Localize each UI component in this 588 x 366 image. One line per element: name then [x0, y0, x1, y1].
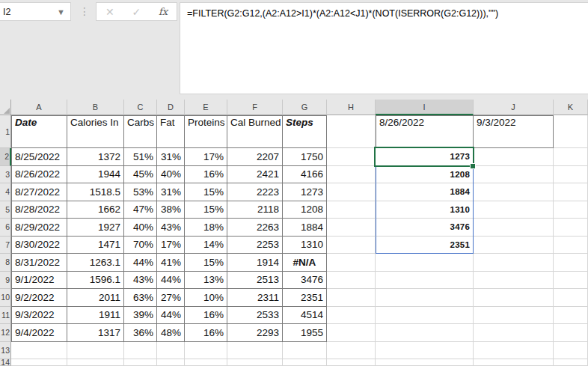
cell-D10[interactable]: 27% — [157, 289, 185, 307]
cell-G12[interactable]: 1955 — [283, 324, 327, 342]
cell-J3[interactable] — [474, 166, 554, 184]
cell-A12[interactable]: 9/4/2022 — [11, 324, 67, 342]
formula-bar-input[interactable]: =FILTER(G2:G12,(A2:A12>I1)*(A2:A12<J1)*(… — [180, 2, 588, 94]
column-header-J[interactable]: J — [474, 100, 554, 115]
cell-I5[interactable]: 1310 — [376, 201, 474, 219]
cell-J8[interactable] — [474, 254, 554, 272]
cell-C2[interactable]: 51% — [124, 148, 157, 166]
cell-E3[interactable]: 16% — [185, 166, 227, 184]
cell-D2[interactable]: 31% — [157, 148, 185, 166]
cell-B11[interactable]: 1911 — [67, 307, 124, 325]
cell-C8[interactable]: 44% — [124, 254, 157, 272]
cell-D3[interactable]: 40% — [157, 166, 185, 184]
column-header-C[interactable]: C — [124, 100, 157, 115]
cell-K2[interactable] — [554, 148, 588, 166]
cell-C12[interactable]: 36% — [124, 324, 157, 342]
cell-E10[interactable]: 10% — [185, 289, 227, 307]
cell-I11[interactable] — [376, 307, 474, 325]
cell-B7[interactable]: 1471 — [67, 237, 124, 254]
cell-K12[interactable] — [554, 324, 588, 342]
cell-G4[interactable]: 1273 — [283, 183, 327, 201]
cell-B14[interactable] — [67, 359, 124, 366]
cell-K8[interactable] — [554, 254, 588, 272]
cell-I9[interactable] — [376, 272, 474, 290]
cell-A5[interactable]: 8/28/2022 — [11, 201, 67, 219]
select-all-button[interactable] — [0, 100, 11, 115]
cell-H5[interactable] — [327, 201, 376, 219]
column-header-K[interactable]: K — [554, 100, 588, 115]
column-header-F[interactable]: F — [227, 100, 283, 115]
cell-E5[interactable]: 15% — [185, 201, 227, 219]
column-header-B[interactable]: B — [67, 100, 124, 115]
name-box[interactable]: I2 ▼ — [0, 2, 71, 21]
row-header-6[interactable]: 6 — [0, 219, 11, 237]
cell-G14[interactable] — [283, 359, 327, 366]
row-header-8[interactable]: 8 — [0, 254, 11, 272]
cell-J12[interactable] — [474, 324, 554, 342]
cell-J11[interactable] — [474, 307, 554, 325]
cell-E4[interactable]: 15% — [185, 183, 227, 201]
cell-F2[interactable]: 2207 — [227, 148, 283, 166]
cell-H1[interactable] — [327, 115, 376, 148]
column-header-H[interactable]: H — [327, 100, 376, 115]
cell-J14[interactable] — [474, 359, 554, 366]
cell-H6[interactable] — [327, 219, 376, 237]
cell-B13[interactable] — [67, 342, 124, 360]
cell-D13[interactable] — [157, 342, 185, 360]
cell-E6[interactable]: 18% — [185, 219, 227, 237]
insert-function-icon[interactable]: fx — [159, 6, 168, 17]
cell-K6[interactable] — [554, 219, 588, 237]
cell-I4[interactable]: 1884 — [376, 183, 474, 201]
cell-G9[interactable]: 3476 — [283, 272, 327, 290]
cell-A11[interactable]: 9/3/2022 — [11, 307, 67, 325]
cell-H7[interactable] — [327, 237, 376, 254]
row-header-12[interactable]: 12 — [0, 324, 11, 342]
cell-E11[interactable]: 16% — [185, 307, 227, 325]
cell-K5[interactable] — [554, 201, 588, 219]
fill-handle[interactable] — [470, 163, 476, 169]
row-header-3[interactable]: 3 — [0, 166, 11, 184]
cell-B12[interactable]: 1317 — [67, 324, 124, 342]
cell-C9[interactable]: 43% — [124, 272, 157, 290]
row-header-4[interactable]: 4 — [0, 183, 11, 201]
cell-J5[interactable] — [474, 201, 554, 219]
cell-A6[interactable]: 8/29/2022 — [11, 219, 67, 237]
cell-A7[interactable]: 8/30/2022 — [11, 237, 67, 254]
cell-K3[interactable] — [554, 166, 588, 184]
cell-D12[interactable]: 48% — [157, 324, 185, 342]
cell-G13[interactable] — [283, 342, 327, 360]
cell-K9[interactable] — [554, 272, 588, 290]
cell-D8[interactable]: 41% — [157, 254, 185, 272]
cancel-icon[interactable]: ✕ — [105, 6, 114, 18]
cell-I13[interactable] — [376, 342, 474, 360]
cell-D6[interactable]: 43% — [157, 219, 185, 237]
cell-F6[interactable]: 2263 — [227, 219, 283, 237]
cell-G6[interactable]: 1884 — [283, 219, 327, 237]
cell-B9[interactable]: 1596.1 — [67, 272, 124, 290]
cell-B1[interactable]: Calories In — [67, 115, 124, 148]
cell-B4[interactable]: 1518.5 — [67, 183, 124, 201]
cell-A8[interactable]: 8/31/2022 — [11, 254, 67, 272]
cell-G3[interactable]: 4166 — [283, 166, 327, 184]
cell-G10[interactable]: 2351 — [283, 289, 327, 307]
cell-C3[interactable]: 45% — [124, 166, 157, 184]
cell-H2[interactable] — [327, 148, 376, 166]
cell-A4[interactable]: 8/27/2022 — [11, 183, 67, 201]
cell-I2[interactable]: 1273 — [376, 148, 474, 166]
cell-C4[interactable]: 53% — [124, 183, 157, 201]
cell-C14[interactable] — [124, 359, 157, 366]
cell-J9[interactable] — [474, 272, 554, 290]
cell-B8[interactable]: 1263.1 — [67, 254, 124, 272]
cell-I3[interactable]: 1208 — [376, 166, 474, 184]
cell-A14[interactable] — [11, 359, 67, 366]
cell-C11[interactable]: 39% — [124, 307, 157, 325]
cell-B2[interactable]: 1372 — [67, 148, 124, 166]
cell-K11[interactable] — [554, 307, 588, 325]
row-header-10[interactable]: 10 — [0, 289, 11, 307]
cell-E14[interactable] — [185, 359, 227, 366]
row-header-2[interactable]: 2 — [0, 148, 11, 166]
cell-J4[interactable] — [474, 183, 554, 201]
cell-E2[interactable]: 17% — [185, 148, 227, 166]
cell-B5[interactable]: 1662 — [67, 201, 124, 219]
cell-K14[interactable] — [554, 359, 588, 366]
